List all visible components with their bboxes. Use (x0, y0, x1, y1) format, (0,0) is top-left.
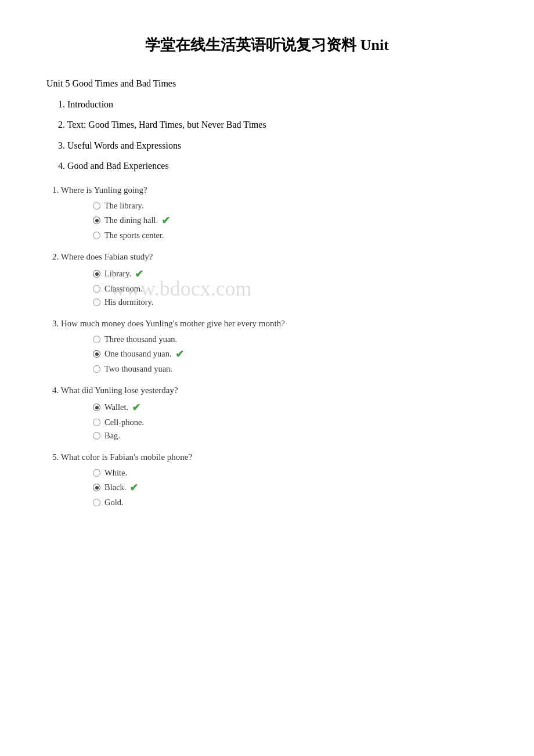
radio-q1-1[interactable] (93, 217, 100, 224)
toc-item-0: Unit 5 Good Times and Bad Times (46, 76, 488, 91)
option-row-q1-0[interactable]: The library. (93, 201, 488, 211)
options-4: Wallet.✔Cell-phone.Bag. (93, 401, 488, 441)
option-row-q5-0[interactable]: White. (93, 468, 488, 478)
toc-item-3: 3. Useful Words and Expressions (46, 138, 488, 153)
option-label-q1-2: The sports center. (104, 231, 164, 240)
option-label-q2-0: Library. (104, 269, 131, 279)
option-label-q5-0: White. (104, 468, 127, 478)
option-row-q4-0[interactable]: Wallet.✔ (93, 401, 488, 414)
option-label-q1-1: The dining hall. (104, 215, 158, 225)
toc-item-4: 4. Good and Bad Experiences (46, 159, 488, 174)
question-text-3: 3. How much money does Yunling's mother … (46, 319, 488, 329)
radio-q5-2[interactable] (93, 499, 100, 506)
radio-q1-0[interactable] (93, 202, 100, 210)
options-5: White.Black.✔Gold. (93, 468, 488, 507)
option-row-q3-0[interactable]: Three thousand yuan. (93, 334, 488, 344)
option-label-q4-0: Wallet. (104, 402, 128, 412)
checkmark-q2-0: ✔ (135, 268, 143, 280)
radio-q5-0[interactable] (93, 469, 100, 477)
option-row-q3-1[interactable]: One thousand yuan.✔ (93, 348, 488, 361)
radio-q2-0[interactable] (93, 270, 100, 278)
radio-q3-0[interactable] (93, 336, 100, 343)
checkmark-q3-1: ✔ (175, 348, 184, 361)
checkmark-q5-1: ✔ (129, 481, 138, 494)
question-block-2: 2. Where does Fabian study?Library.✔Clas… (46, 252, 488, 307)
radio-q3-1[interactable] (93, 350, 100, 358)
option-label-q2-2: His dormitory. (104, 297, 153, 307)
checkmark-q4-0: ✔ (132, 401, 140, 414)
option-row-q4-1[interactable]: Cell-phone. (93, 417, 488, 427)
option-row-q2-1[interactable]: Classroom.www.bdocx.com (93, 284, 488, 294)
options-2: Library.✔Classroom.www.bdocx.comHis dorm… (93, 268, 488, 307)
toc-item-1: 1. Introduction (46, 97, 488, 112)
page-title: 学堂在线生活英语听说复习资料 Unit (46, 35, 488, 55)
option-row-q1-1[interactable]: The dining hall.✔ (93, 214, 488, 227)
radio-q4-0[interactable] (93, 404, 100, 411)
option-label-q1-0: The library. (104, 201, 144, 211)
option-label-q4-1: Cell-phone. (104, 417, 144, 427)
option-label-q2-1: Classroom. (104, 284, 143, 294)
option-row-q3-2[interactable]: Two thousand yuan. (93, 364, 488, 374)
option-row-q4-2[interactable]: Bag. (93, 431, 488, 441)
option-row-q5-1[interactable]: Black.✔ (93, 481, 488, 494)
question-block-3: 3. How much money does Yunling's mother … (46, 319, 488, 374)
options-1: The library.The dining hall.✔The sports … (93, 201, 488, 240)
option-row-q2-0[interactable]: Library.✔ (93, 268, 488, 280)
radio-q2-2[interactable] (93, 298, 100, 306)
option-label-q3-2: Two thousand yuan. (104, 364, 172, 374)
question-block-4: 4. What did Yunling lose yesterday?Walle… (46, 386, 488, 441)
option-label-q4-2: Bag. (104, 431, 120, 441)
radio-q3-2[interactable] (93, 365, 100, 373)
question-block-1: 1. Where is Yunling going?The library.Th… (46, 185, 488, 240)
radio-q4-2[interactable] (93, 432, 100, 440)
option-label-q5-1: Black. (104, 483, 126, 492)
option-label-q5-2: Gold. (104, 498, 124, 507)
checkmark-q1-1: ✔ (161, 214, 170, 227)
option-row-q5-2[interactable]: Gold. (93, 498, 488, 507)
question-text-4: 4. What did Yunling lose yesterday? (46, 386, 488, 395)
options-3: Three thousand yuan.One thousand yuan.✔T… (93, 334, 488, 374)
radio-q4-1[interactable] (93, 419, 100, 426)
question-block-5: 5. What color is Fabian's mobile phone?W… (46, 452, 488, 507)
question-text-2: 2. Where does Fabian study? (46, 252, 488, 262)
question-text-1: 1. Where is Yunling going? (46, 185, 488, 195)
radio-q5-1[interactable] (93, 484, 100, 491)
toc-item-2: 2. Text: Good Times, Hard Times, but Nev… (46, 117, 488, 132)
option-row-q1-2[interactable]: The sports center. (93, 231, 488, 240)
question-text-5: 5. What color is Fabian's mobile phone? (46, 452, 488, 462)
option-label-q3-0: Three thousand yuan. (104, 334, 177, 344)
radio-q1-2[interactable] (93, 232, 100, 239)
option-label-q3-1: One thousand yuan. (104, 349, 172, 359)
option-row-q2-2[interactable]: His dormitory. (93, 297, 488, 307)
radio-q2-1[interactable] (93, 285, 100, 293)
